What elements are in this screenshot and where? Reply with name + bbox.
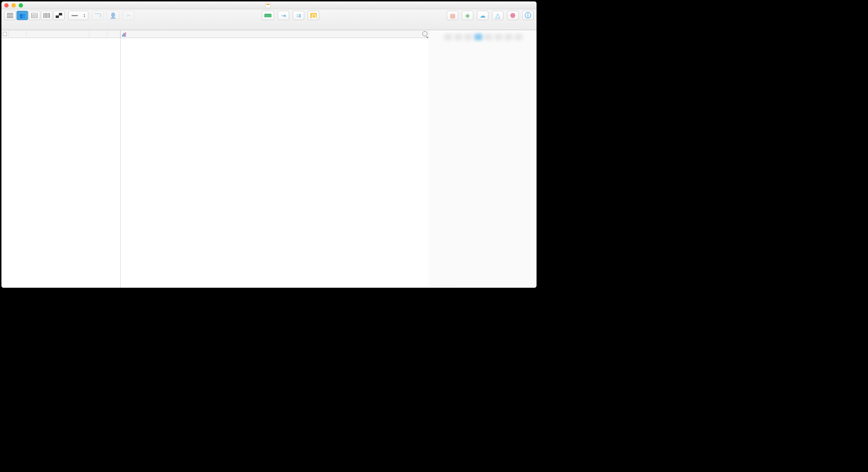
col-units[interactable] (89, 30, 107, 38)
titlebar (1, 1, 537, 9)
maximize-button[interactable] (19, 3, 23, 8)
toolbar: 👥 ▴▾ 👤 (1, 9, 537, 30)
show-changes-button[interactable]: △ (492, 11, 503, 20)
assignment-button[interactable]: 👤 (107, 11, 119, 20)
simulations-button[interactable]: ◈ (462, 11, 473, 20)
select-all-checkbox[interactable] (3, 32, 7, 36)
document-icon (265, 3, 270, 8)
view-mode-calendar[interactable] (29, 11, 40, 20)
minimize-button[interactable] (11, 3, 16, 8)
publish-button[interactable]: ☁ (477, 11, 488, 20)
level-button[interactable] (262, 11, 274, 20)
set-baseline-button[interactable] (308, 11, 319, 20)
view-mode-task[interactable] (4, 11, 16, 20)
col-pho[interactable] (107, 30, 120, 38)
baseline-select[interactable]: ▴▾ (68, 11, 88, 20)
catchup-button[interactable]: ⇥ (278, 11, 289, 20)
zoom-icon[interactable] (422, 31, 427, 36)
col-type[interactable] (9, 30, 27, 38)
inspector-panel (430, 30, 537, 288)
col-resource[interactable] (27, 30, 89, 38)
connect-button[interactable] (92, 11, 103, 20)
timeline[interactable] (121, 30, 430, 288)
inspect-button[interactable]: ⓘ (522, 11, 534, 20)
resource-outline (1, 30, 121, 288)
view-mode-resource[interactable]: 👥 (17, 11, 28, 20)
close-button[interactable] (4, 3, 9, 8)
split-task-button[interactable]: ✂ (123, 11, 134, 20)
view-mode-network[interactable] (41, 11, 52, 20)
reports-button[interactable]: ▤ (447, 11, 458, 20)
reschedule-button[interactable]: ⇉ (293, 11, 304, 20)
view-mode-styles[interactable] (53, 11, 65, 20)
load-chart-icon[interactable] (122, 32, 129, 37)
violations-button[interactable]: ⬣ (507, 11, 519, 20)
